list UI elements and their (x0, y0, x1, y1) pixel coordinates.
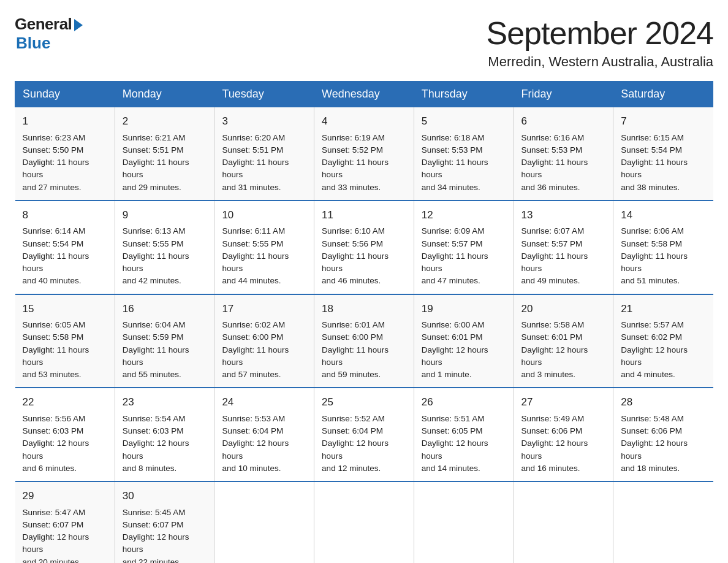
calendar-cell: 26Sunrise: 5:51 AMSunset: 6:05 PMDayligh… (414, 388, 514, 481)
day-number: 26 (422, 394, 506, 410)
day-number: 27 (521, 394, 606, 410)
day-info: Sunrise: 5:49 AMSunset: 6:06 PMDaylight:… (521, 413, 606, 475)
day-info: Sunrise: 6:18 AMSunset: 5:53 PMDaylight:… (422, 132, 506, 194)
calendar-cell: 19Sunrise: 6:00 AMSunset: 6:01 PMDayligh… (414, 294, 514, 388)
day-number: 18 (322, 301, 406, 317)
page-header: General Blue September 2024 Merredin, We… (15, 15, 713, 70)
calendar-cell: 23Sunrise: 5:54 AMSunset: 6:03 PMDayligh… (115, 388, 214, 481)
day-number: 2 (123, 113, 207, 129)
calendar-cell: 27Sunrise: 5:49 AMSunset: 6:06 PMDayligh… (514, 388, 613, 481)
calendar-cell: 7Sunrise: 6:15 AMSunset: 5:54 PMDaylight… (613, 107, 713, 201)
calendar-cell: 5Sunrise: 6:18 AMSunset: 5:53 PMDaylight… (414, 107, 514, 201)
calendar-week-row: 22Sunrise: 5:56 AMSunset: 6:03 PMDayligh… (15, 388, 713, 481)
day-info: Sunrise: 6:23 AMSunset: 5:50 PMDaylight:… (23, 132, 107, 194)
day-number: 29 (23, 488, 107, 504)
calendar-header-row: SundayMondayTuesdayWednesdayThursdayFrid… (15, 82, 713, 107)
day-number: 10 (222, 207, 306, 223)
calendar-cell: 6Sunrise: 6:16 AMSunset: 5:53 PMDaylight… (514, 107, 613, 201)
day-number: 12 (422, 207, 506, 223)
day-info: Sunrise: 5:58 AMSunset: 6:01 PMDaylight:… (521, 319, 606, 381)
day-info: Sunrise: 5:47 AMSunset: 6:07 PMDaylight:… (23, 507, 107, 564)
calendar-cell: 25Sunrise: 5:52 AMSunset: 6:04 PMDayligh… (314, 388, 414, 481)
day-info: Sunrise: 6:02 AMSunset: 6:00 PMDaylight:… (222, 319, 306, 381)
calendar-cell: 12Sunrise: 6:09 AMSunset: 5:57 PMDayligh… (414, 201, 514, 294)
day-info: Sunrise: 6:13 AMSunset: 5:55 PMDaylight:… (123, 225, 207, 287)
calendar-week-row: 15Sunrise: 6:05 AMSunset: 5:58 PMDayligh… (15, 294, 713, 388)
day-number: 13 (521, 207, 606, 223)
day-number: 11 (322, 207, 406, 223)
calendar-cell: 9Sunrise: 6:13 AMSunset: 5:55 PMDaylight… (115, 201, 214, 294)
day-info: Sunrise: 6:10 AMSunset: 5:56 PMDaylight:… (322, 225, 406, 287)
day-number: 3 (222, 113, 306, 129)
calendar-cell: 14Sunrise: 6:06 AMSunset: 5:58 PMDayligh… (613, 201, 713, 294)
calendar-cell: 3Sunrise: 6:20 AMSunset: 5:51 PMDaylight… (214, 107, 314, 201)
logo-blue-text: Blue (16, 34, 50, 53)
header-tuesday: Tuesday (214, 82, 314, 107)
calendar-cell: 11Sunrise: 6:10 AMSunset: 5:56 PMDayligh… (314, 201, 414, 294)
day-number: 21 (621, 301, 705, 317)
day-number: 8 (23, 207, 107, 223)
calendar-cell: 22Sunrise: 5:56 AMSunset: 6:03 PMDayligh… (15, 388, 115, 481)
calendar-cell: 2Sunrise: 6:21 AMSunset: 5:51 PMDaylight… (115, 107, 214, 201)
day-number: 7 (621, 113, 705, 129)
day-info: Sunrise: 6:11 AMSunset: 5:55 PMDaylight:… (222, 225, 306, 287)
calendar-cell (613, 481, 713, 563)
day-number: 20 (521, 301, 606, 317)
day-info: Sunrise: 6:20 AMSunset: 5:51 PMDaylight:… (222, 132, 306, 194)
calendar-table: SundayMondayTuesdayWednesdayThursdayFrid… (15, 81, 713, 563)
calendar-cell: 10Sunrise: 6:11 AMSunset: 5:55 PMDayligh… (214, 201, 314, 294)
day-info: Sunrise: 6:09 AMSunset: 5:57 PMDaylight:… (422, 225, 506, 287)
logo-general-text: General (15, 15, 72, 34)
header-friday: Friday (514, 82, 613, 107)
day-info: Sunrise: 6:21 AMSunset: 5:51 PMDaylight:… (123, 132, 207, 194)
calendar-cell: 8Sunrise: 6:14 AMSunset: 5:54 PMDaylight… (15, 201, 115, 294)
day-info: Sunrise: 5:51 AMSunset: 6:05 PMDaylight:… (422, 413, 506, 475)
day-info: Sunrise: 6:06 AMSunset: 5:58 PMDaylight:… (621, 225, 705, 287)
calendar-cell: 15Sunrise: 6:05 AMSunset: 5:58 PMDayligh… (15, 294, 115, 388)
month-title: September 2024 (487, 15, 714, 52)
day-info: Sunrise: 6:16 AMSunset: 5:53 PMDaylight:… (521, 132, 606, 194)
header-monday: Monday (115, 82, 214, 107)
day-number: 23 (123, 394, 207, 410)
day-info: Sunrise: 6:07 AMSunset: 5:57 PMDaylight:… (521, 225, 606, 287)
calendar-week-row: 1Sunrise: 6:23 AMSunset: 5:50 PMDaylight… (15, 107, 713, 201)
calendar-cell: 21Sunrise: 5:57 AMSunset: 6:02 PMDayligh… (613, 294, 713, 388)
day-number: 1 (23, 113, 107, 129)
logo-arrow-icon (74, 19, 83, 31)
day-info: Sunrise: 5:53 AMSunset: 6:04 PMDaylight:… (222, 413, 306, 475)
day-number: 16 (123, 301, 207, 317)
header-sunday: Sunday (15, 82, 115, 107)
day-number: 25 (322, 394, 406, 410)
calendar-cell: 4Sunrise: 6:19 AMSunset: 5:52 PMDaylight… (314, 107, 414, 201)
day-number: 14 (621, 207, 705, 223)
calendar-cell: 28Sunrise: 5:48 AMSunset: 6:06 PMDayligh… (613, 388, 713, 481)
calendar-cell: 13Sunrise: 6:07 AMSunset: 5:57 PMDayligh… (514, 201, 613, 294)
day-info: Sunrise: 6:14 AMSunset: 5:54 PMDaylight:… (23, 225, 107, 287)
calendar-cell (214, 481, 314, 563)
day-info: Sunrise: 6:00 AMSunset: 6:01 PMDaylight:… (422, 319, 506, 381)
calendar-cell: 18Sunrise: 6:01 AMSunset: 6:00 PMDayligh… (314, 294, 414, 388)
calendar-cell: 16Sunrise: 6:04 AMSunset: 5:59 PMDayligh… (115, 294, 214, 388)
day-number: 6 (521, 113, 606, 129)
header-saturday: Saturday (613, 82, 713, 107)
title-section: September 2024 Merredin, Western Austral… (487, 15, 714, 70)
day-number: 17 (222, 301, 306, 317)
day-info: Sunrise: 5:45 AMSunset: 6:07 PMDaylight:… (123, 507, 207, 564)
calendar-cell: 24Sunrise: 5:53 AMSunset: 6:04 PMDayligh… (214, 388, 314, 481)
header-wednesday: Wednesday (314, 82, 414, 107)
day-info: Sunrise: 5:48 AMSunset: 6:06 PMDaylight:… (621, 413, 705, 475)
day-number: 22 (23, 394, 107, 410)
day-info: Sunrise: 5:56 AMSunset: 6:03 PMDaylight:… (23, 413, 107, 475)
calendar-cell: 1Sunrise: 6:23 AMSunset: 5:50 PMDaylight… (15, 107, 115, 201)
day-info: Sunrise: 6:01 AMSunset: 6:00 PMDaylight:… (322, 319, 406, 381)
calendar-cell: 20Sunrise: 5:58 AMSunset: 6:01 PMDayligh… (514, 294, 613, 388)
calendar-cell: 29Sunrise: 5:47 AMSunset: 6:07 PMDayligh… (15, 481, 115, 563)
day-number: 9 (123, 207, 207, 223)
calendar-week-row: 8Sunrise: 6:14 AMSunset: 5:54 PMDaylight… (15, 201, 713, 294)
calendar-cell (514, 481, 613, 563)
logo: General Blue (15, 15, 83, 53)
day-number: 24 (222, 394, 306, 410)
day-info: Sunrise: 5:54 AMSunset: 6:03 PMDaylight:… (123, 413, 207, 475)
day-info: Sunrise: 5:57 AMSunset: 6:02 PMDaylight:… (621, 319, 705, 381)
day-info: Sunrise: 6:15 AMSunset: 5:54 PMDaylight:… (621, 132, 705, 194)
